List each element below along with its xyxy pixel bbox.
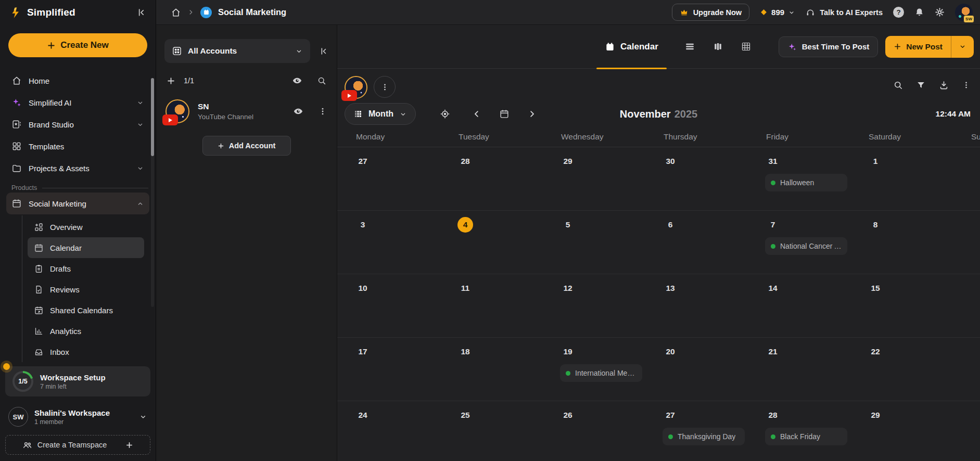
calendar-day-cell[interactable]: 13	[645, 274, 747, 338]
search-posts-icon[interactable]	[893, 80, 903, 90]
workspace-switcher[interactable]: SW Shalini's Workspace 1 member	[5, 404, 150, 430]
calendar-day-cell[interactable]: 27 Thanksgiving Day	[645, 401, 747, 461]
next-month-icon[interactable]	[527, 109, 537, 119]
best-time-to-post-button[interactable]: Best Time To Post	[779, 36, 878, 57]
selected-channel-avatar[interactable]	[345, 76, 367, 99]
calendar-day-cell[interactable]: 5	[542, 211, 645, 274]
calendar-day-cell[interactable]: 28	[440, 147, 542, 211]
list-view-icon[interactable]	[684, 41, 695, 52]
add-account-plus-icon[interactable]	[167, 76, 175, 85]
account-more-kebab-icon[interactable]	[318, 107, 327, 116]
create-new-button[interactable]: Create New	[8, 33, 147, 57]
calendar-day-cell[interactable]: 31 Halloween	[747, 147, 850, 211]
sidebar-item-brand-studio[interactable]: Brand Studio	[6, 113, 149, 135]
settings-gear-icon[interactable]	[935, 7, 945, 17]
add-account-button[interactable]: Add Account	[202, 136, 291, 156]
sidebar-item-social-marketing[interactable]: Social Marketing	[6, 193, 149, 214]
calendar-day-cell[interactable]: 24	[337, 401, 440, 461]
sidebar-item-shared-calendars[interactable]: Shared Calendars	[28, 300, 144, 321]
calendar-event[interactable]: Black Friday	[765, 428, 847, 445]
calendar-day-cell[interactable]: 27	[337, 147, 440, 211]
calendar-day-cell[interactable]: 25	[440, 401, 542, 461]
calendar-day-cell[interactable]: 22	[850, 338, 952, 401]
help-button[interactable]: ?	[893, 7, 904, 18]
panel-collapse-icon[interactable]	[319, 46, 328, 56]
all-accounts-dropdown[interactable]: All Accounts	[164, 39, 310, 63]
sidebar-item-templates[interactable]: Templates	[6, 135, 149, 157]
calendar-day-cell[interactable]	[952, 147, 980, 211]
sidebar-item-simplified-ai[interactable]: Simplified AI	[6, 92, 149, 113]
talk-to-ai-experts-button[interactable]: Talk to AI Experts	[806, 8, 883, 17]
calendar-day-cell[interactable]: 20	[645, 338, 747, 401]
calendar-day-cell[interactable]: 7 National Cancer Aw…	[747, 211, 850, 274]
new-post-button[interactable]: New Post	[885, 36, 951, 58]
sidebar-item-inbox[interactable]: Inbox	[28, 341, 144, 362]
grid-view-icon[interactable]	[741, 41, 752, 52]
notifications-bell-icon[interactable]	[914, 7, 924, 17]
credits-menu[interactable]: 899	[760, 8, 795, 17]
plus-icon	[47, 41, 56, 50]
calendar-day-cell[interactable]: 30	[645, 147, 747, 211]
more-kebab-icon[interactable]	[962, 81, 971, 89]
sidebar-item-drafts[interactable]: Drafts	[28, 258, 144, 279]
sidebar-scrollbar[interactable]	[151, 78, 154, 307]
upgrade-now-button[interactable]: Upgrade Now	[672, 4, 749, 21]
calendar-day-cell[interactable]: 11	[440, 274, 542, 338]
channel-more-kebab-icon[interactable]	[374, 76, 396, 98]
sidebar-item-projects-assets[interactable]: Projects & Assets	[6, 157, 149, 179]
board-view-icon[interactable]	[712, 41, 723, 52]
home-icon[interactable]	[171, 7, 181, 18]
sidebar-item-analytics[interactable]: Analytics	[28, 321, 144, 341]
calendar-day-cell[interactable]: 15	[850, 274, 952, 338]
calendar-day-cell[interactable]: 4	[440, 211, 542, 274]
calendar-day-cell[interactable]: 14	[747, 274, 850, 338]
calendar-day-cell[interactable]: 17	[337, 338, 440, 401]
calendar-day-cell[interactable]: 10	[337, 274, 440, 338]
calendar-day-cell[interactable]: 21	[747, 338, 850, 401]
calendar-day-cell[interactable]	[952, 401, 980, 461]
create-teamspace-button[interactable]: Create a Teamspace	[5, 435, 150, 455]
sidebar-item-overview[interactable]: Overview	[28, 216, 144, 237]
new-post-dropdown-button[interactable]	[951, 36, 974, 58]
calendar-day-cell[interactable]	[952, 274, 980, 338]
calendar-day-cell[interactable]: 28 Black Friday	[747, 401, 850, 461]
avatar-initials-badge: SW	[963, 15, 974, 23]
search-accounts-icon[interactable]	[317, 76, 326, 85]
calendar-day-cell[interactable]: 19 International Men's…	[542, 338, 645, 401]
calendar-event[interactable]: Halloween	[765, 174, 847, 191]
scrollbar-thumb[interactable]	[151, 78, 154, 156]
download-icon[interactable]	[939, 80, 949, 90]
view-mode-dropdown[interactable]: Month	[345, 103, 416, 125]
calendar-day-cell[interactable]: 18	[440, 338, 542, 401]
workspace-setup-card[interactable]: 1/5 Workspace Setup 7 min left	[5, 366, 150, 396]
calendar-day-cell[interactable]: 3	[337, 211, 440, 274]
calendar-event[interactable]: National Cancer Aw…	[765, 237, 847, 255]
calendar-day-cell[interactable]: 8	[850, 211, 952, 274]
sidebar-item-reviews[interactable]: Reviews	[28, 279, 144, 300]
app-logo[interactable]: Simplified	[9, 6, 75, 19]
prev-month-icon[interactable]	[472, 109, 481, 119]
filter-icon[interactable]	[916, 80, 926, 90]
calendar-day-cell[interactable]: 12	[542, 274, 645, 338]
calendar-day-cell[interactable]: 1	[850, 147, 952, 211]
calendar-day-cell[interactable]	[952, 338, 980, 401]
new-post-split-button[interactable]: New Post	[885, 36, 974, 58]
sidebar-item-calendar[interactable]: Calendar	[28, 237, 144, 258]
calendar-event[interactable]: Thanksgiving Day	[663, 428, 745, 445]
sidebar-collapse-icon[interactable]	[136, 7, 146, 18]
tab-calendar[interactable]: Calendar	[600, 25, 664, 69]
nav-label: Calendar	[50, 244, 82, 252]
calendar-day-cell[interactable]: 26	[542, 401, 645, 461]
user-avatar[interactable]: SW	[955, 4, 973, 21]
today-locate-icon[interactable]	[440, 109, 450, 119]
calendar-day-cell[interactable]	[952, 211, 980, 274]
account-row[interactable]: SN YouTube Channel	[164, 99, 328, 123]
toggle-visibility-eye-icon[interactable]	[292, 75, 302, 86]
calendar-day-cell[interactable]: 29	[542, 147, 645, 211]
sidebar-item-home[interactable]: Home	[6, 70, 149, 92]
calendar-day-cell[interactable]: 29	[850, 401, 952, 461]
calendar-event[interactable]: International Men's…	[560, 364, 642, 382]
calendar-day-cell[interactable]: 6	[645, 211, 747, 274]
date-picker-calendar-icon[interactable]	[499, 109, 510, 119]
account-visibility-eye-icon[interactable]	[293, 106, 303, 117]
